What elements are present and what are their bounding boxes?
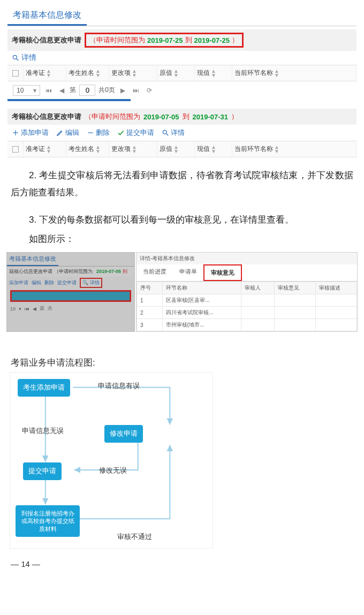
th-reviewer[interactable]: 审核人 xyxy=(241,282,274,294)
table-row: 3市州审核(地市... xyxy=(137,319,357,331)
arrow-connector xyxy=(0,338,364,339)
svg-point-0 xyxy=(13,55,17,59)
col-old[interactable]: 原值 xyxy=(160,69,172,78)
page-number: — 14 — xyxy=(11,559,364,568)
th-opinion[interactable]: 审核意见 xyxy=(275,282,316,294)
sort-icon[interactable]: ▲▼ xyxy=(46,145,51,154)
sort-icon[interactable]: ▲▼ xyxy=(173,69,179,78)
tab-progress[interactable]: 当前进度 xyxy=(136,264,173,281)
detail-tabs: 当前进度 申请单 审核意见 xyxy=(136,264,357,282)
pager-1: 10 ▾ ⏮ ◀ 第 共0页 ▶ ⏭ ⟳ xyxy=(7,81,357,99)
magnifier-icon xyxy=(162,129,169,136)
col-new[interactable]: 现值 xyxy=(197,69,210,78)
checkbox-all-2[interactable] xyxy=(12,146,19,153)
sort-icon[interactable]: ▲▼ xyxy=(274,145,279,154)
magnifier-icon xyxy=(12,54,19,62)
sort-icon[interactable]: ▲▼ xyxy=(173,145,179,154)
svg-line-6 xyxy=(166,134,169,136)
detail-link-1[interactable]: 详情 xyxy=(7,51,357,65)
flowchart-title: 考籍业务申请流程图: xyxy=(11,356,353,369)
checkbox-all[interactable] xyxy=(12,70,19,77)
edit-button[interactable]: 编辑 xyxy=(56,128,79,138)
paragraph-fig: 如图所示： xyxy=(11,231,353,248)
table-row: 2四川省考试院审核... xyxy=(137,307,357,319)
table-header-1: 准考证▲▼ 考生姓名▲▼ 更改项▲▼ 原值▲▼ 现值▲▼ 当前环节名称▲▼ xyxy=(7,65,357,81)
svg-point-5 xyxy=(163,130,166,134)
bar2-label: 考籍核心信息更改申请 xyxy=(12,112,81,122)
check-icon xyxy=(117,129,125,136)
sort-icon[interactable]: ▲▼ xyxy=(211,145,216,154)
pencil-icon xyxy=(56,129,64,136)
flow-node-submit: 提交申请 xyxy=(23,462,62,480)
col-name[interactable]: 考生姓名 xyxy=(69,69,94,78)
tab-opinion[interactable]: 审核意见 xyxy=(203,264,242,281)
detail-button[interactable]: 详情 xyxy=(162,128,185,138)
col-new[interactable]: 现值 xyxy=(197,145,210,154)
pager-prev-icon[interactable]: ◀ xyxy=(57,87,66,94)
col-exam-id[interactable]: 准考证 xyxy=(26,145,45,154)
flow-node-modify: 修改申请 xyxy=(104,425,143,443)
sort-icon[interactable]: ▲▼ xyxy=(274,69,279,78)
pager-last-icon[interactable]: ⏭ xyxy=(131,87,141,94)
bar1-label: 考籍核心信息更改申请 xyxy=(12,35,81,45)
table-row: 1区县审核(区县审... xyxy=(137,294,357,307)
flow-label-modok: 修改无误 xyxy=(99,466,127,475)
paragraph-3: 3. 下发的每条数据都可以看到每一级的审核意见，在详情里查看。 xyxy=(11,211,353,229)
sort-icon[interactable]: ▲▼ xyxy=(132,69,137,78)
flow-label-error: 申请信息有误 xyxy=(98,381,140,391)
highlighted-date-range: （申请时间范围为 2019-07-25 到 2019-07-25 ） xyxy=(85,33,244,48)
delete-button[interactable]: 删除 xyxy=(87,128,110,138)
col-change-item[interactable]: 更改项 xyxy=(111,145,131,154)
page-size-select[interactable]: 10 ▾ xyxy=(13,85,40,96)
col-stage[interactable]: 当前环节名称 xyxy=(234,145,273,154)
col-name[interactable]: 考生姓名 xyxy=(69,145,94,154)
flow-node-submit-paper: 到报名注册地招考办或高校自考办提交纸质材料 xyxy=(16,505,80,537)
screenshot-panel-1: 考籍基本信息修改 考籍核心信息更改申请 （申请时间范围为 2019-07-25 … xyxy=(7,5,357,157)
col-change-item[interactable]: 更改项 xyxy=(111,69,131,78)
pager-page-input[interactable] xyxy=(79,85,95,96)
pager-refresh-icon[interactable]: ⟳ xyxy=(145,87,154,94)
toolbar-2: 添加申请 编辑 删除 提交申请 详情 xyxy=(7,125,357,141)
detail-panel: 详情-考籍基本信息修改 当前进度 申请单 审核意见 序号 环节名称 审核人 审核… xyxy=(136,252,358,332)
flowchart: 考生添加申请 申请信息有误 申请信息无误 修改申请 提交申请 修改无误 到报名注… xyxy=(10,372,213,549)
pager-first-icon[interactable]: ⏮ xyxy=(43,87,54,94)
opinion-table: 序号 环节名称 审核人 审核意见 审核描述 1区县审核(区县审... 2四川省考… xyxy=(136,282,357,331)
table-header-2: 准考证▲▼ 考生姓名▲▼ 更改项▲▼ 原值▲▼ 现值▲▼ 当前环节名称▲▼ xyxy=(7,141,357,157)
col-stage[interactable]: 当前环节名称 xyxy=(234,69,273,78)
sort-icon[interactable]: ▲▼ xyxy=(132,145,137,154)
left-grid-thumb: 考籍基本信息修改 籍核心信息更改申请 （申请时间范围为 2019-07-05 到… xyxy=(6,252,135,332)
sort-icon[interactable]: ▲▼ xyxy=(46,69,51,78)
minus-icon xyxy=(87,129,94,136)
col-old[interactable]: 原值 xyxy=(160,145,172,154)
range-bar-1: 考籍核心信息更改申请 （申请时间范围为 2019-07-25 到 2019-07… xyxy=(7,29,357,51)
detail-title: 详情-考籍基本信息修改 xyxy=(136,253,357,264)
add-request-button[interactable]: 添加申请 xyxy=(12,128,49,138)
screenshot-panel-2: 考籍基本信息修改 籍核心信息更改申请 （申请时间范围为 2019-07-05 到… xyxy=(6,252,358,332)
paragraph-2: 2. 考生提交审核后将无法看到申请数据，待省教育考试院审核结束，并下发数据后方能… xyxy=(11,167,353,202)
sort-icon[interactable]: ▲▼ xyxy=(95,145,101,154)
plus-icon xyxy=(12,129,19,136)
tab-form[interactable]: 申请单 xyxy=(173,264,203,281)
th-desc[interactable]: 审核描述 xyxy=(316,282,357,294)
pager-next-icon[interactable]: ▶ xyxy=(118,87,127,94)
sort-icon[interactable]: ▲▼ xyxy=(95,69,101,78)
col-exam-id[interactable]: 准考证 xyxy=(26,69,45,78)
tab-title[interactable]: 考籍基本信息修改 xyxy=(7,5,87,26)
svg-line-1 xyxy=(17,59,19,61)
submit-button[interactable]: 提交申请 xyxy=(117,128,154,138)
range-bar-2: 考籍核心信息更改申请 （申请时间范围为 2019-07-05 到 2019-07… xyxy=(7,109,357,125)
sort-icon[interactable]: ▲▼ xyxy=(211,69,216,78)
flow-label-reject: 审核不通过 xyxy=(117,532,152,542)
th-no[interactable]: 序号 xyxy=(137,282,163,294)
flow-node-add: 考生添加申请 xyxy=(18,379,70,397)
flow-label-ok: 申请信息无误 xyxy=(22,426,64,436)
